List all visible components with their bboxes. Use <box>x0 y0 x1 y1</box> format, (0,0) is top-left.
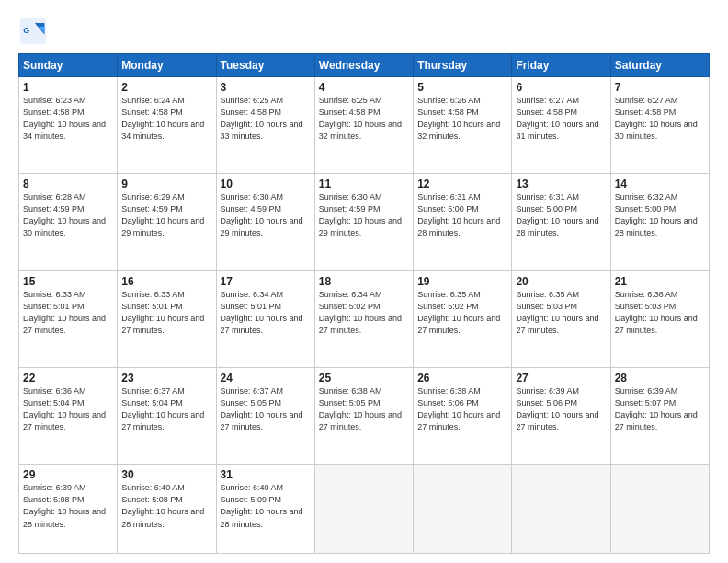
svg-text:G: G <box>23 26 29 35</box>
day-cell-29: 29Sunrise: 6:39 AMSunset: 5:08 PMDayligh… <box>19 465 118 554</box>
day-cell-5: 5Sunrise: 6:26 AMSunset: 4:58 PMDaylight… <box>414 77 512 174</box>
day-cell-6: 6Sunrise: 6:27 AMSunset: 4:58 PMDaylight… <box>512 77 610 174</box>
day-info: Sunrise: 6:24 AMSunset: 4:58 PMDaylight:… <box>121 95 211 143</box>
day-info: Sunrise: 6:32 AMSunset: 5:00 PMDaylight:… <box>615 191 705 239</box>
week-row-4: 22Sunrise: 6:36 AMSunset: 5:04 PMDayligh… <box>19 368 710 465</box>
day-cell-19: 19Sunrise: 6:35 AMSunset: 5:02 PMDayligh… <box>414 270 512 367</box>
day-cell-24: 24Sunrise: 6:37 AMSunset: 5:05 PMDayligh… <box>216 368 314 465</box>
day-number: 31 <box>221 468 311 481</box>
day-info: Sunrise: 6:27 AMSunset: 4:58 PMDaylight:… <box>615 95 705 143</box>
page: G SundayMondayTuesdayWednesdayThursdayFr… <box>0 0 728 563</box>
day-number: 30 <box>121 468 211 481</box>
day-cell-14: 14Sunrise: 6:32 AMSunset: 5:00 PMDayligh… <box>610 174 709 270</box>
day-number: 6 <box>516 81 606 94</box>
day-cell-4: 4Sunrise: 6:25 AMSunset: 4:58 PMDaylight… <box>314 77 413 174</box>
day-cell-21: 21Sunrise: 6:36 AMSunset: 5:03 PMDayligh… <box>610 270 709 367</box>
day-info: Sunrise: 6:30 AMSunset: 4:59 PMDaylight:… <box>319 191 409 239</box>
day-info: Sunrise: 6:33 AMSunset: 5:01 PMDaylight:… <box>23 289 113 337</box>
day-info: Sunrise: 6:39 AMSunset: 5:08 PMDaylight:… <box>23 482 113 530</box>
day-header-monday: Monday <box>118 54 216 77</box>
day-header-saturday: Saturday <box>610 54 709 77</box>
day-cell-10: 10Sunrise: 6:30 AMSunset: 4:59 PMDayligh… <box>216 174 314 270</box>
day-number: 11 <box>319 178 409 190</box>
day-info: Sunrise: 6:34 AMSunset: 5:02 PMDaylight:… <box>319 289 409 337</box>
day-info: Sunrise: 6:38 AMSunset: 5:05 PMDaylight:… <box>319 385 409 433</box>
calendar-table: SundayMondayTuesdayWednesdayThursdayFrid… <box>18 53 710 554</box>
day-info: Sunrise: 6:35 AMSunset: 5:03 PMDaylight:… <box>516 289 606 337</box>
day-info: Sunrise: 6:39 AMSunset: 5:06 PMDaylight:… <box>516 385 606 433</box>
empty-cell <box>512 465 610 554</box>
day-info: Sunrise: 6:36 AMSunset: 5:04 PMDaylight:… <box>23 385 113 433</box>
day-info: Sunrise: 6:37 AMSunset: 5:04 PMDaylight:… <box>121 385 211 433</box>
day-info: Sunrise: 6:30 AMSunset: 4:59 PMDaylight:… <box>221 191 311 239</box>
day-number: 22 <box>23 372 113 385</box>
day-cell-1: 1Sunrise: 6:23 AMSunset: 4:58 PMDaylight… <box>19 77 118 174</box>
empty-cell <box>314 465 413 554</box>
day-info: Sunrise: 6:31 AMSunset: 5:00 PMDaylight:… <box>417 191 507 239</box>
day-info: Sunrise: 6:40 AMSunset: 5:09 PMDaylight:… <box>221 482 311 530</box>
day-number: 23 <box>121 372 211 385</box>
week-row-2: 8Sunrise: 6:28 AMSunset: 4:59 PMDaylight… <box>19 174 710 270</box>
day-header-wednesday: Wednesday <box>314 54 413 77</box>
day-cell-18: 18Sunrise: 6:34 AMSunset: 5:02 PMDayligh… <box>314 270 413 367</box>
day-number: 13 <box>516 178 606 190</box>
day-number: 26 <box>417 372 507 385</box>
day-cell-17: 17Sunrise: 6:34 AMSunset: 5:01 PMDayligh… <box>216 270 314 367</box>
day-number: 2 <box>121 81 211 94</box>
day-number: 21 <box>615 275 705 288</box>
day-cell-28: 28Sunrise: 6:39 AMSunset: 5:07 PMDayligh… <box>610 368 709 465</box>
day-number: 10 <box>221 178 311 190</box>
day-info: Sunrise: 6:37 AMSunset: 5:05 PMDaylight:… <box>221 385 311 433</box>
day-number: 4 <box>319 81 409 94</box>
day-number: 28 <box>615 372 705 385</box>
day-number: 29 <box>23 468 113 481</box>
header-row: SundayMondayTuesdayWednesdayThursdayFrid… <box>19 54 710 77</box>
day-info: Sunrise: 6:27 AMSunset: 4:58 PMDaylight:… <box>516 95 606 143</box>
day-cell-15: 15Sunrise: 6:33 AMSunset: 5:01 PMDayligh… <box>19 270 118 367</box>
day-info: Sunrise: 6:36 AMSunset: 5:03 PMDaylight:… <box>615 289 705 337</box>
day-number: 27 <box>516 372 606 385</box>
day-cell-27: 27Sunrise: 6:39 AMSunset: 5:06 PMDayligh… <box>512 368 610 465</box>
logo-icon: G <box>18 17 48 46</box>
day-number: 5 <box>417 81 507 94</box>
day-number: 14 <box>615 178 705 190</box>
day-number: 16 <box>121 275 211 288</box>
day-cell-16: 16Sunrise: 6:33 AMSunset: 5:01 PMDayligh… <box>118 270 216 367</box>
logo: G <box>18 17 51 46</box>
header: G <box>18 17 710 46</box>
day-header-tuesday: Tuesday <box>216 54 314 77</box>
day-info: Sunrise: 6:29 AMSunset: 4:59 PMDaylight:… <box>121 191 211 239</box>
week-row-3: 15Sunrise: 6:33 AMSunset: 5:01 PMDayligh… <box>19 270 710 367</box>
day-cell-31: 31Sunrise: 6:40 AMSunset: 5:09 PMDayligh… <box>216 465 314 554</box>
day-number: 1 <box>23 81 113 94</box>
day-info: Sunrise: 6:39 AMSunset: 5:07 PMDaylight:… <box>615 385 705 433</box>
day-header-thursday: Thursday <box>414 54 512 77</box>
day-info: Sunrise: 6:26 AMSunset: 4:58 PMDaylight:… <box>417 95 507 143</box>
day-header-sunday: Sunday <box>19 54 118 77</box>
day-cell-9: 9Sunrise: 6:29 AMSunset: 4:59 PMDaylight… <box>118 174 216 270</box>
day-cell-8: 8Sunrise: 6:28 AMSunset: 4:59 PMDaylight… <box>19 174 118 270</box>
day-info: Sunrise: 6:25 AMSunset: 4:58 PMDaylight:… <box>319 95 409 143</box>
empty-cell <box>414 465 512 554</box>
day-cell-30: 30Sunrise: 6:40 AMSunset: 5:08 PMDayligh… <box>118 465 216 554</box>
day-cell-2: 2Sunrise: 6:24 AMSunset: 4:58 PMDaylight… <box>118 77 216 174</box>
day-number: 17 <box>221 275 311 288</box>
day-cell-22: 22Sunrise: 6:36 AMSunset: 5:04 PMDayligh… <box>19 368 118 465</box>
day-info: Sunrise: 6:38 AMSunset: 5:06 PMDaylight:… <box>417 385 507 433</box>
day-cell-23: 23Sunrise: 6:37 AMSunset: 5:04 PMDayligh… <box>118 368 216 465</box>
day-info: Sunrise: 6:23 AMSunset: 4:58 PMDaylight:… <box>23 95 113 143</box>
day-info: Sunrise: 6:28 AMSunset: 4:59 PMDaylight:… <box>23 191 113 239</box>
day-number: 9 <box>121 178 211 190</box>
day-number: 18 <box>319 275 409 288</box>
empty-cell <box>610 465 709 554</box>
day-info: Sunrise: 6:25 AMSunset: 4:58 PMDaylight:… <box>221 95 311 143</box>
day-info: Sunrise: 6:31 AMSunset: 5:00 PMDaylight:… <box>516 191 606 239</box>
day-cell-7: 7Sunrise: 6:27 AMSunset: 4:58 PMDaylight… <box>610 77 709 174</box>
day-number: 19 <box>417 275 507 288</box>
day-number: 24 <box>221 372 311 385</box>
week-row-5: 29Sunrise: 6:39 AMSunset: 5:08 PMDayligh… <box>19 465 710 554</box>
day-number: 20 <box>516 275 606 288</box>
day-cell-25: 25Sunrise: 6:38 AMSunset: 5:05 PMDayligh… <box>314 368 413 465</box>
day-number: 3 <box>221 81 311 94</box>
day-header-friday: Friday <box>512 54 610 77</box>
